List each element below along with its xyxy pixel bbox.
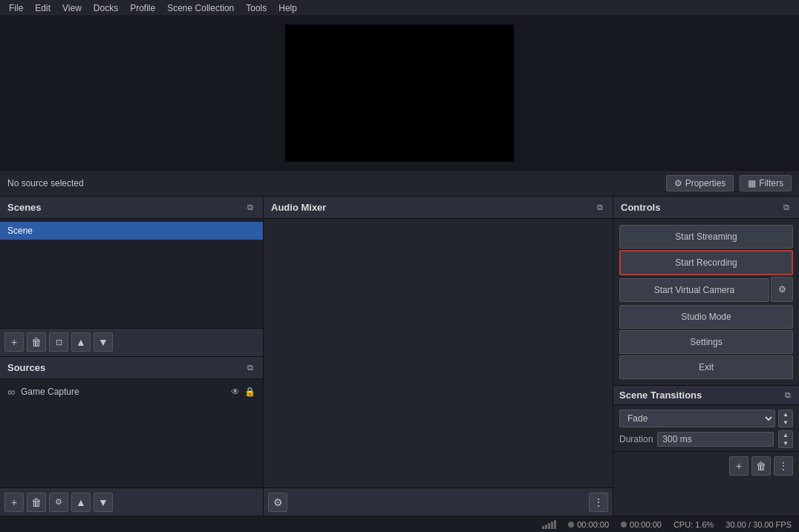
- scene-transitions-popout-icon[interactable]: ⧉: [783, 390, 793, 401]
- sources-footer: + 🗑 ⚙ ▲ ▼: [0, 487, 263, 516]
- transition-more-button[interactable]: ⋮: [774, 456, 793, 476]
- controls-buttons: Start Streaming Start Recording Start Vi…: [613, 219, 799, 385]
- sources-title: Sources: [7, 362, 45, 373]
- remove-transition-button[interactable]: 🗑: [751, 456, 771, 476]
- transition-select[interactable]: Fade Cut Swipe Slide: [619, 410, 775, 427]
- mixer-footer: ⚙ ⋮: [264, 487, 613, 516]
- controls-panel: Controls ⧉ Start Streaming Start Recordi…: [613, 197, 799, 516]
- controls-header: Controls ⧉: [613, 197, 799, 219]
- menu-bar: File Edit View Docks Profile Scene Colle…: [0, 0, 799, 16]
- start-virtual-camera-button[interactable]: Start Virtual Camera: [619, 278, 769, 302]
- remove-source-button[interactable]: 🗑: [27, 493, 46, 512]
- menu-docks[interactable]: Docks: [88, 1, 124, 15]
- scene-transitions-footer: + 🗑 ⋮: [613, 451, 799, 479]
- spinner-up-button[interactable]: ▲: [779, 410, 792, 418]
- rec-dot-icon: [621, 522, 627, 528]
- rec-time: 00:00:00: [621, 520, 662, 529]
- exit-button[interactable]: Exit: [619, 355, 793, 379]
- scenes-list: Scene: [0, 219, 263, 328]
- filter-icon: ▦: [748, 178, 756, 188]
- scene-transitions: Scene Transitions ⧉ Fade Cut Swipe Slide…: [613, 385, 799, 479]
- audio-mixer-title: Audio Mixer: [271, 202, 326, 213]
- duration-spinner-up[interactable]: ▲: [779, 431, 792, 439]
- menu-view[interactable]: View: [56, 1, 88, 15]
- scene-filter-button[interactable]: ⊡: [49, 332, 68, 352]
- menu-profile[interactable]: Profile: [124, 1, 161, 15]
- spinner-down-button[interactable]: ▼: [779, 418, 792, 427]
- audio-mixer-header: Audio Mixer ⧉: [264, 197, 613, 219]
- sources-section: Sources ⧉ ∞ Game Capture 👁 🔒 + 🗑 ⚙ ▲: [0, 357, 263, 516]
- signal-bars-icon: [542, 520, 556, 529]
- duration-value: 300 ms: [657, 432, 774, 447]
- mixer-content: [264, 219, 613, 487]
- studio-mode-button[interactable]: Studio Mode: [619, 305, 793, 329]
- source-down-button[interactable]: ▼: [94, 493, 113, 512]
- menu-tools[interactable]: Tools: [240, 1, 273, 15]
- start-streaming-button[interactable]: Start Streaming: [619, 225, 793, 249]
- menu-scene-collection[interactable]: Scene Collection: [161, 1, 240, 15]
- scene-down-button[interactable]: ▼: [94, 332, 113, 352]
- controls-title: Controls: [621, 202, 660, 213]
- virtual-camera-settings-button[interactable]: ⚙: [771, 277, 793, 302]
- remove-scene-button[interactable]: 🗑: [27, 332, 46, 352]
- scene-transitions-title: Scene Transitions: [619, 390, 702, 401]
- scene-transitions-header: Scene Transitions ⧉: [613, 386, 799, 405]
- scenes-section: Scenes ⧉ Scene + 🗑 ⊡ ▲ ▼: [0, 197, 263, 357]
- signal-strength: [542, 520, 556, 529]
- transition-spinner: ▲ ▼: [778, 410, 793, 427]
- mixer-more-button[interactable]: ⋮: [589, 493, 608, 512]
- duration-label: Duration: [619, 434, 653, 444]
- sources-list: ∞ Game Capture 👁 🔒: [0, 379, 263, 488]
- properties-button[interactable]: ⚙ Properties: [666, 175, 734, 191]
- scenes-popout-icon[interactable]: ⧉: [245, 203, 255, 213]
- cpu-usage: CPU: 1.6%: [674, 520, 714, 529]
- audio-mixer: Audio Mixer ⧉ ⚙ ⋮: [264, 197, 613, 516]
- source-settings-button[interactable]: ⚙: [49, 493, 68, 512]
- source-up-button[interactable]: ▲: [71, 493, 91, 512]
- scene-up-button[interactable]: ▲: [71, 332, 91, 352]
- main-bottom: Scenes ⧉ Scene + 🗑 ⊡ ▲ ▼ Sources ⧉ ∞: [0, 197, 799, 516]
- gear-small-icon: ⚙: [778, 284, 786, 295]
- preview-area: [0, 16, 799, 170]
- scenes-footer: + 🗑 ⊡ ▲ ▼: [0, 328, 263, 356]
- menu-edit[interactable]: Edit: [29, 1, 56, 15]
- source-bar: No source selected ⚙ Properties ▦ Filter…: [0, 170, 799, 197]
- menu-file[interactable]: File: [3, 1, 29, 15]
- sources-header: Sources ⧉: [0, 357, 263, 379]
- duration-row: Duration 300 ms ▲ ▼: [619, 430, 793, 448]
- fps-counter: 30.00 / 30.00 FPS: [725, 520, 792, 529]
- stream-time: 00:00:00: [568, 520, 609, 529]
- source-actions: 👁 🔒: [231, 387, 255, 397]
- add-transition-button[interactable]: +: [729, 456, 749, 476]
- stream-dot-icon: [568, 522, 574, 528]
- scenes-title: Scenes: [7, 202, 42, 213]
- add-scene-button[interactable]: +: [4, 332, 24, 352]
- menu-help[interactable]: Help: [273, 1, 303, 15]
- source-lock-icon[interactable]: 🔒: [244, 387, 255, 397]
- scene-item[interactable]: Scene: [0, 222, 263, 240]
- add-source-button[interactable]: +: [4, 493, 24, 512]
- source-name: Game Capture: [21, 387, 225, 397]
- gear-icon: ⚙: [674, 178, 682, 188]
- transition-select-row: Fade Cut Swipe Slide ▲ ▼: [619, 410, 793, 427]
- virtual-camera-row: Start Virtual Camera ⚙: [619, 277, 793, 303]
- left-column: Scenes ⧉ Scene + 🗑 ⊡ ▲ ▼ Sources ⧉ ∞: [0, 197, 264, 516]
- preview-canvas: [285, 24, 514, 162]
- no-source-text: No source selected: [7, 178, 660, 188]
- scenes-header: Scenes ⧉: [0, 197, 263, 219]
- controls-popout-icon[interactable]: ⧉: [781, 203, 792, 213]
- audio-mixer-popout-icon[interactable]: ⧉: [595, 203, 605, 213]
- settings-button[interactable]: Settings: [619, 330, 793, 354]
- source-item[interactable]: ∞ Game Capture 👁 🔒: [0, 382, 263, 401]
- source-link-icon: ∞: [7, 386, 15, 398]
- source-visibility-icon[interactable]: 👁: [231, 387, 240, 397]
- sources-popout-icon[interactable]: ⧉: [245, 362, 255, 372]
- start-recording-button[interactable]: Start Recording: [619, 250, 793, 275]
- mixer-config-button[interactable]: ⚙: [268, 493, 287, 512]
- duration-spinner: ▲ ▼: [778, 430, 793, 448]
- status-bar: 00:00:00 00:00:00 CPU: 1.6% 30.00 / 30.0…: [0, 516, 799, 532]
- duration-spinner-down[interactable]: ▼: [779, 439, 792, 447]
- filters-button[interactable]: ▦ Filters: [740, 175, 792, 191]
